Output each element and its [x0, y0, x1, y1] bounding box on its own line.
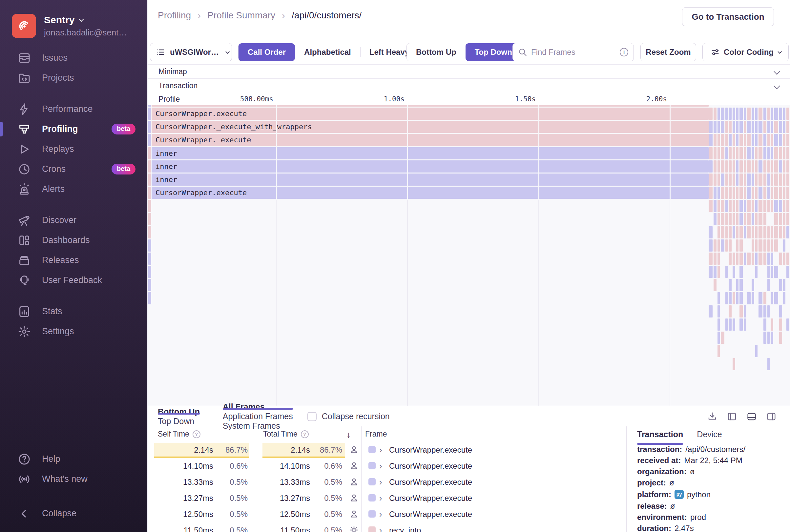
flame-bar — [771, 319, 773, 330]
tab-application-frames[interactable]: Application Frames — [223, 412, 293, 421]
flame-frame-inner[interactable]: inner — [152, 160, 709, 172]
gear-icon[interactable] — [349, 525, 359, 532]
sidebar-item-stats[interactable]: Stats — [0, 301, 147, 321]
flame-bar — [758, 121, 763, 133]
thread-selector[interactable]: uWSGIWor… — [150, 43, 232, 61]
total-time-header[interactable]: Total Time? — [263, 430, 309, 438]
flame-bar — [736, 108, 738, 120]
flame-bar — [714, 240, 716, 251]
self-time-percent: 0.6% — [217, 461, 248, 471]
flame-bar — [764, 173, 766, 186]
breadcrumb-profiling[interactable]: Profiling — [158, 10, 191, 21]
flame-bar — [739, 173, 743, 186]
breadcrumb-profile-summary[interactable]: Profile Summary — [207, 10, 275, 21]
flame-bar — [764, 200, 766, 212]
flame-frame-cursorwrapper-execute-with-wrappers[interactable]: CursorWrapper._execute_with_wrappers — [152, 121, 709, 133]
tab-bottom-up[interactable]: Bottom Up — [158, 407, 200, 417]
flame-bar — [771, 200, 773, 212]
sidebar-item-profiling[interactable]: Profilingbeta — [0, 119, 147, 139]
find-frames-searchbox[interactable]: i — [512, 43, 634, 61]
flame-bar — [739, 305, 743, 318]
sidebar-item-performance[interactable]: Performance — [0, 99, 147, 119]
sort-direction-icon[interactable]: ↓ — [346, 430, 351, 440]
download-icon[interactable] — [707, 412, 718, 421]
sidebar-item-projects[interactable]: Projects — [0, 68, 147, 88]
flame-bar — [721, 108, 725, 120]
layout-right-panel-icon[interactable] — [766, 412, 777, 421]
flame-bar — [747, 121, 751, 133]
details-tab-transaction[interactable]: Transaction — [637, 430, 683, 442]
collapse-recursion-toggle[interactable]: Collapse recursion — [307, 412, 390, 421]
sidebar-item-label: Replays — [42, 144, 74, 154]
flame-bar — [148, 252, 151, 265]
flame-frame-label: CursorWrapper._execute — [155, 136, 251, 144]
sidebar-item-replays[interactable]: Replays — [0, 139, 147, 159]
user-feedback-icon — [17, 273, 32, 288]
flame-bar — [752, 279, 754, 291]
sidebar-item-dashboards[interactable]: Dashboards — [0, 230, 147, 250]
flame-bar — [786, 319, 789, 330]
layout-bottom-panel-icon[interactable] — [746, 412, 757, 421]
flame-bar — [729, 319, 732, 330]
details-field: environment:prod — [637, 513, 790, 521]
flame-bar — [747, 134, 751, 146]
flame-bar — [714, 160, 716, 172]
go-to-transaction-button[interactable]: Go to Transaction — [682, 7, 774, 26]
flame-bar — [783, 200, 785, 212]
flame-frame-inner[interactable]: inner — [152, 147, 709, 159]
flame-bar — [733, 266, 735, 278]
org-switcher[interactable]: Sentry jonas.badalic@sent… — [12, 14, 147, 38]
collapse-recursion-checkbox[interactable] — [307, 412, 317, 421]
sidebar-item-user-feedback[interactable]: User Feedback — [0, 270, 147, 290]
sort-option-call-order[interactable]: Call Order — [239, 43, 295, 61]
user-icon[interactable] — [349, 493, 359, 503]
sidebar-item-crons[interactable]: Cronsbeta — [0, 159, 147, 179]
sort-option-alphabetical[interactable]: Alphabetical — [295, 43, 360, 61]
sidebar-item-help[interactable]: Help — [0, 449, 147, 469]
details-tab-device[interactable]: Device — [697, 430, 722, 442]
flame-bar — [148, 121, 151, 133]
user-icon[interactable] — [349, 509, 359, 519]
frame-header[interactable]: Frame — [365, 430, 387, 438]
layout-left-panel-icon[interactable] — [726, 412, 737, 421]
flame-bar — [758, 160, 763, 172]
flame-bar — [774, 147, 778, 159]
flame-bar — [736, 187, 738, 199]
flame-bar — [786, 147, 789, 159]
color-coding-button[interactable]: Color Coding — [702, 43, 789, 61]
user-icon[interactable] — [349, 445, 359, 455]
flame-frame-cursorwrapper-execute[interactable]: CursorWrapper.execute — [152, 108, 709, 120]
sidebar-item-what-s-new[interactable]: What's new — [0, 469, 147, 489]
find-frames-input[interactable] — [531, 48, 616, 57]
view-option-bottom-up[interactable]: Bottom Up — [407, 43, 466, 61]
self-time-header[interactable]: Self Time? — [158, 430, 201, 438]
flame-frame-cursorwrapper-execute[interactable]: CursorWrapper._execute — [152, 134, 709, 146]
sidebar-collapse-button[interactable]: Collapse — [0, 504, 147, 524]
sidebar-item-alerts[interactable]: Alerts — [0, 179, 147, 199]
flame-bar — [726, 213, 728, 225]
sidebar-item-settings[interactable]: Settings — [0, 321, 147, 341]
sort-segment-control: Call OrderAlphabeticalLeft Heavy — [238, 43, 419, 61]
flame-frame-cursorwrapper-execute[interactable]: CursorWrapper.execute — [152, 187, 709, 199]
flame-bar — [758, 213, 763, 225]
flame-bar — [783, 292, 785, 304]
flame-bar — [717, 187, 720, 199]
flamegraph-canvas[interactable]: CursorWrapper.executeCursorWrapper._exec… — [148, 105, 790, 406]
tab-all-frames[interactable]: All Frames — [223, 402, 293, 412]
minimap-section[interactable]: Minimap — [148, 64, 790, 79]
flame-frame-inner[interactable]: inner — [152, 173, 709, 186]
user-icon[interactable] — [349, 461, 359, 471]
user-icon[interactable] — [349, 477, 359, 487]
sidebar-item-issues[interactable]: Issues — [0, 48, 147, 68]
sidebar-item-label: Settings — [42, 326, 74, 337]
flame-frame-label: CursorWrapper._execute_with_wrappers — [155, 123, 312, 131]
sidebar-item-discover[interactable]: Discover — [0, 210, 147, 230]
flame-bar — [717, 266, 720, 278]
flame-bar — [767, 160, 770, 172]
tab-top-down[interactable]: Top Down — [158, 417, 200, 426]
sidebar-item-releases[interactable]: Releases — [0, 250, 147, 270]
transaction-section[interactable]: Transaction — [148, 79, 790, 93]
sliders-icon — [711, 48, 720, 57]
flame-bar — [729, 292, 732, 304]
reset-zoom-button[interactable]: Reset Zoom — [640, 43, 696, 61]
